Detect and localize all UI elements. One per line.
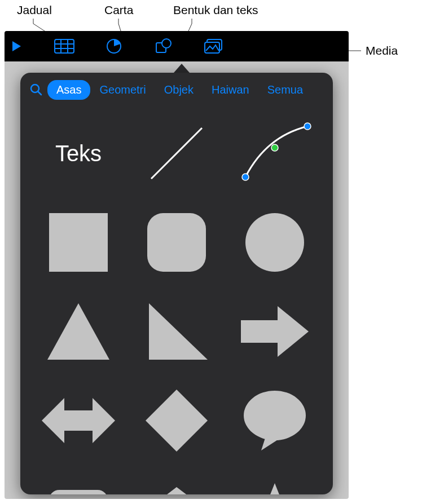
shape-curve-pen[interactable] <box>232 114 317 193</box>
shape-speech-bubble[interactable] <box>232 381 317 460</box>
shapes-icon <box>155 38 172 54</box>
triangle-icon <box>45 300 112 362</box>
svg-rect-24 <box>147 213 206 272</box>
callout-chart: Carta <box>104 3 133 17</box>
circle-icon <box>244 211 306 273</box>
pentagon-icon <box>144 479 209 494</box>
category-bar: Asas Geometri Objek Haiwan Semua <box>20 73 333 107</box>
shape-text-label: Teks <box>55 141 102 166</box>
search-button[interactable] <box>25 83 47 96</box>
svg-point-26 <box>244 391 306 440</box>
play-button[interactable] <box>11 31 39 61</box>
arrow-right-icon <box>238 303 311 360</box>
shape-text[interactable]: Teks <box>36 114 121 193</box>
shape-circle[interactable] <box>232 203 317 282</box>
shape-pentagon[interactable] <box>134 470 219 494</box>
rounded-square-icon <box>146 211 208 273</box>
shape-square[interactable] <box>36 203 121 282</box>
shape-rounded-rect[interactable] <box>36 470 121 494</box>
callout-shapes-text: Bentuk dan teks <box>173 3 258 17</box>
shape-diamond[interactable] <box>134 381 219 460</box>
svg-rect-23 <box>49 213 108 272</box>
category-animals[interactable]: Haiwan <box>203 80 258 100</box>
svg-point-22 <box>304 123 311 130</box>
device-frame: Asas Geometri Objek Haiwan Semua Teks <box>5 31 349 499</box>
media-button[interactable] <box>188 31 238 61</box>
popover-arrow <box>174 64 190 73</box>
shapes-grid: Teks <box>20 107 333 494</box>
category-objects[interactable]: Objek <box>155 80 203 100</box>
svg-point-14 <box>162 39 171 48</box>
double-arrow-icon <box>39 392 118 449</box>
shape-rounded-square[interactable] <box>134 203 219 282</box>
shapes-button[interactable] <box>139 31 188 61</box>
shape-right-triangle[interactable] <box>134 292 219 371</box>
shape-double-arrow[interactable] <box>36 381 121 460</box>
svg-rect-7 <box>55 39 74 53</box>
right-triangle-icon <box>144 300 209 362</box>
svg-point-20 <box>242 174 249 180</box>
category-all[interactable]: Semua <box>258 80 312 100</box>
rounded-rect-icon <box>47 479 109 494</box>
line-icon <box>143 120 210 187</box>
speech-bubble-icon <box>241 388 309 453</box>
shape-triangle[interactable] <box>36 292 121 371</box>
table-button[interactable] <box>39 31 89 61</box>
table-icon <box>54 39 74 54</box>
chart-icon <box>106 38 122 54</box>
callout-media: Media <box>366 44 398 58</box>
search-icon <box>30 83 42 96</box>
star-icon <box>241 478 309 495</box>
svg-line-19 <box>151 128 202 179</box>
toolbar <box>5 31 349 61</box>
callout-table: Jadual <box>17 3 52 17</box>
diamond-icon <box>143 387 210 454</box>
curve-pen-icon <box>235 120 314 187</box>
shape-arrow-right[interactable] <box>232 292 317 371</box>
svg-rect-27 <box>49 490 108 494</box>
svg-point-21 <box>271 144 278 151</box>
svg-line-18 <box>38 92 42 95</box>
svg-point-25 <box>245 213 304 272</box>
shapes-popover: Asas Geometri Objek Haiwan Semua Teks <box>20 73 333 494</box>
chart-button[interactable] <box>89 31 139 61</box>
square-icon <box>47 211 109 273</box>
shape-star[interactable] <box>232 470 317 494</box>
play-icon <box>11 41 21 52</box>
category-geometry[interactable]: Geometri <box>90 80 155 100</box>
category-basic[interactable]: Asas <box>47 80 90 100</box>
shape-line[interactable] <box>134 114 219 193</box>
media-icon <box>204 38 223 54</box>
